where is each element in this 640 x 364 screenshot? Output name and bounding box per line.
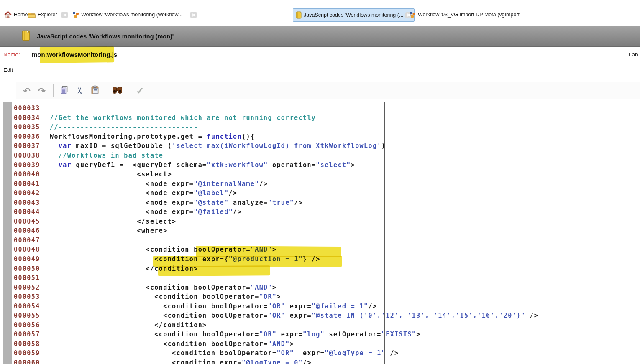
paste-icon: [90, 85, 100, 97]
cut-button[interactable]: ✂: [74, 85, 85, 97]
code-line: 000039 var queryDef1 = <queryDef schema=…: [2, 160, 538, 170]
line-number: 000057: [14, 331, 41, 338]
code-lines: 000033000034//Get the workflows monitore…: [2, 104, 538, 364]
validate-button[interactable]: ✓: [135, 85, 146, 97]
tab-label: Workflow 'Workflows monitoring (workflow…: [81, 12, 182, 18]
script-icon: [296, 11, 302, 19]
line-content: <node expr="@internalName"/>: [50, 180, 268, 188]
document-title-bar: JavaScript codes 'Workflows monitoring (…: [0, 26, 640, 47]
line-number: 000043: [14, 199, 41, 206]
tab-home[interactable]: Home: [4, 8, 28, 21]
code-line: 000059 <condition boolOperator="OR" expr…: [2, 349, 538, 358]
code-editor[interactable]: 000033000034//Get the workflows monitore…: [2, 102, 640, 364]
line-number: 000053: [14, 293, 41, 300]
line-number: 000058: [14, 340, 41, 348]
tab-label: Explorer: [38, 12, 57, 18]
name-label: Name:: [3, 51, 20, 58]
line-content: </condition>: [50, 321, 207, 329]
line-content: <where>: [50, 227, 168, 234]
tab-label: JavaScript codes 'Workflows monitoring (…: [304, 12, 403, 18]
line-content: //Get the workflows monitored which are …: [50, 114, 316, 122]
tab-close-button[interactable]: [190, 12, 197, 18]
line-number: 000051: [14, 274, 41, 282]
binoculars-icon: [112, 86, 123, 96]
toolbar-separator: [53, 84, 54, 97]
code-line: 000042 <node expr="@label"/>: [2, 188, 538, 198]
tab-javascript-codes[interactable]: JavaScript codes 'Workflows monitoring (…: [293, 8, 415, 22]
code-line: 000049 <condition expr={"@production = 1…: [2, 255, 538, 264]
line-number: 000039: [14, 161, 41, 169]
code-line: 000056 </condition>: [2, 321, 538, 330]
line-content: <condition boolOperator="OR">: [50, 293, 281, 300]
code-line: 000033: [2, 104, 538, 113]
tab-close-button[interactable]: [61, 12, 68, 18]
line-content: <condition boolOperator="OR" expr="@fail…: [50, 303, 377, 310]
code-line: 000043 <node expr="@state" analyze="true…: [2, 198, 538, 207]
line-number: 000047: [14, 237, 41, 244]
line-number: 000042: [14, 189, 41, 197]
code-line: 000036WorkflowsMonitoring.prototype.get …: [2, 132, 538, 142]
line-content: <condition boolOperator="OR" expr="@logT…: [50, 349, 399, 357]
line-number: 000038: [14, 152, 41, 159]
line-number: 000034: [14, 114, 41, 122]
line-content: <condition boolOperator="AND">: [50, 246, 276, 253]
tab-explorer[interactable]: Explorer: [28, 8, 57, 21]
code-line: 000037 var maxID = sqlGetDouble ('select…: [2, 141, 538, 151]
workflow-icon: [72, 11, 79, 18]
line-number: 000054: [14, 303, 41, 310]
code-line: 000050 </condition>: [2, 264, 538, 273]
line-number: 000050: [14, 265, 41, 272]
line-content: <condition boolOperator="AND">: [50, 284, 276, 291]
redo-button[interactable]: ↷: [36, 85, 47, 97]
line-content: <node expr="@failed"/>: [50, 208, 242, 216]
tab-label: Home: [14, 12, 28, 18]
line-number: 000052: [14, 284, 41, 291]
code-line: 000040 <select>: [2, 170, 538, 179]
code-line: 000054 <condition boolOperator="OR" expr…: [2, 301, 538, 311]
copy-button[interactable]: [59, 85, 69, 97]
label-field-label: Lab: [629, 51, 640, 58]
code-line: 000060 <condition expr="@logType = 0"/>: [2, 358, 538, 364]
tab-workflow-vg-import[interactable]: Workflow '03_VG Import DP Meta (vgImport: [409, 8, 520, 21]
tab-workflow-monitoring[interactable]: Workflow 'Workflows monitoring (workflow…: [72, 8, 182, 21]
code-line: 000057 <condition boolOperator="OR" expr…: [2, 330, 538, 339]
line-content: <condition expr={"@production = 1"} />: [50, 255, 320, 263]
line-number: 000059: [14, 349, 41, 357]
code-line: 000045 </select>: [2, 217, 538, 227]
line-number: 000055: [14, 312, 41, 319]
code-line: 000047: [2, 236, 538, 245]
code-line: 000035//--------------------------------: [2, 122, 538, 132]
line-content: <select>: [50, 171, 172, 178]
code-line: 000058 <condition boolOperator="AND">: [2, 339, 538, 349]
workflow-icon: [409, 11, 416, 18]
line-number: 000046: [14, 227, 41, 234]
name-input[interactable]: mon:workflowsMonitoring.js: [28, 48, 623, 61]
line-number: 000037: [14, 142, 41, 150]
folder-icon: [28, 12, 36, 18]
line-content: //Workflows in bad state: [50, 152, 163, 159]
line-content: </select>: [50, 218, 177, 225]
line-number: 000056: [14, 321, 41, 329]
code-line: 000038 //Workflows in bad state: [2, 151, 538, 160]
undo-button[interactable]: ↶: [21, 85, 32, 97]
code-line: 000055 <condition boolOperator="OR" expr…: [2, 311, 538, 321]
code-line: 000053 <condition boolOperator="OR">: [2, 292, 538, 302]
line-number: 000049: [14, 255, 41, 263]
toolbar-separator: [128, 84, 128, 97]
code-line: 000052 <condition boolOperator="AND">: [2, 283, 538, 292]
paste-button[interactable]: [90, 85, 100, 97]
line-number: 000048: [14, 246, 41, 253]
line-number: 000041: [14, 180, 41, 188]
line-number: 000045: [14, 218, 41, 225]
line-content: <condition boolOperator="OR" expr="log" …: [50, 331, 421, 338]
line-content: <condition boolOperator="OR" expr="@stat…: [50, 312, 538, 319]
editor-toolbar: ↶ ↷ ✂ ✓: [16, 82, 640, 99]
tab-label: Workflow '03_VG Import DP Meta (vgImport: [418, 12, 520, 18]
line-content: var maxID = sqlGetDouble ('select max(iW…: [50, 142, 386, 150]
home-icon: [4, 11, 12, 18]
page-title: JavaScript codes 'Workflows monitoring (…: [37, 33, 174, 40]
line-number: 000036: [14, 133, 41, 140]
code-line: 000041 <node expr="@internalName"/>: [2, 179, 538, 188]
find-button[interactable]: [112, 85, 123, 97]
line-content: //--------------------------------: [50, 123, 198, 131]
